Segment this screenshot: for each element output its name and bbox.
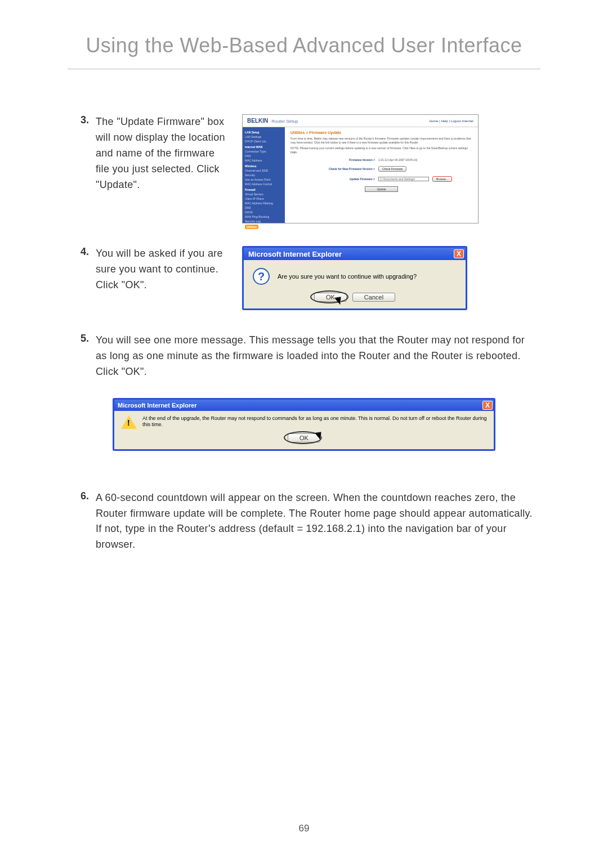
- step-number: 5.: [73, 333, 89, 380]
- nav-item: DNS: [245, 154, 283, 158]
- step-text: A 60-second countdown will appear on the…: [96, 490, 535, 553]
- ok-button[interactable]: OK: [288, 433, 320, 442]
- question-icon: ?: [253, 268, 270, 285]
- nav-item: Virtual Servers: [245, 192, 283, 196]
- nav-item: DMZ: [245, 205, 283, 210]
- check-firmware-label: Check for New Firmware Version >: [290, 167, 375, 171]
- warning-dialog: Microsoft Internet Explorer X At the end…: [113, 398, 495, 451]
- nav-item: WAN Ping Blocking: [245, 214, 283, 219]
- page-title: Using the Web-Based Advanced User Interf…: [0, 0, 608, 69]
- router-desc: From time to time, Belkin may release ne…: [290, 137, 472, 144]
- step-number: 4.: [73, 246, 89, 310]
- nav-item: MAC Address: [245, 158, 283, 163]
- step-5: 5. You will see one more message. This m…: [73, 333, 535, 468]
- warning-icon: [121, 415, 137, 429]
- nav-header: LAN Setup: [245, 130, 283, 135]
- firmware-path-input[interactable]: C:\Documents and Settings\: [378, 177, 429, 181]
- nav-item: DDNS: [245, 210, 283, 214]
- content-area: 3. The "Update Firmware" box will now di…: [0, 114, 608, 553]
- router-screenshot: BELKIN Router Setup Home | Help | Logout…: [242, 114, 479, 223]
- router-sidebar: LAN Setup LAN Settings DHCP Client List …: [243, 127, 285, 223]
- close-icon[interactable]: X: [454, 249, 464, 258]
- close-icon[interactable]: X: [482, 401, 493, 410]
- confirm-dialog: Microsoft Internet Explorer X ? Are you …: [242, 246, 467, 310]
- step-number: 3.: [73, 114, 89, 223]
- nav-item: MAC Address Filtering: [245, 201, 283, 205]
- nav-item: Security: [245, 173, 283, 177]
- step-text: The "Update Firmware" box will now displ…: [96, 114, 231, 193]
- nav-item: LAN Settings: [245, 135, 283, 139]
- step-4: 4. You will be asked if you are sure you…: [73, 246, 535, 310]
- nav-header: Wireless: [245, 164, 283, 168]
- nav-item: Security Log: [245, 219, 283, 223]
- page-number: 69: [0, 823, 608, 834]
- nav-header-selected: Utilities: [245, 225, 258, 229]
- dialog-title: Microsoft Internet Explorer: [118, 402, 197, 409]
- step-number: 6.: [73, 490, 89, 553]
- nav-item: Client IP Filters: [245, 196, 283, 201]
- step-6: 6. A 60-second countdown will appear on …: [73, 490, 535, 553]
- nav-item: DHCP Client List: [245, 139, 283, 144]
- router-main: Utilities > Firmware Update From time to…: [285, 127, 478, 223]
- nav-item: Connection Type: [245, 149, 283, 154]
- check-firmware-button[interactable]: Check Firmware: [378, 166, 406, 172]
- step-3: 3. The "Update Firmware" box will now di…: [73, 114, 535, 223]
- browse-button[interactable]: Browse...: [432, 176, 452, 182]
- nav-header: Firewall: [245, 187, 283, 192]
- firmware-version-value: 1.01.12 (Apr 04 2007 18:05:14): [378, 158, 418, 162]
- dialog-titlebar: Microsoft Internet Explorer X: [114, 400, 494, 411]
- title-divider: [68, 69, 540, 69]
- ok-button[interactable]: OK: [314, 293, 347, 302]
- nav-item: MAC Address Control: [245, 182, 283, 186]
- step-text: You will be asked if you are sure you wa…: [96, 246, 231, 293]
- router-note: NOTE: Please backup your current setting…: [290, 146, 472, 154]
- router-brand: BELKIN: [247, 118, 268, 124]
- firmware-version-label: Firmware Version >: [290, 158, 375, 162]
- dialog-message: At the end of the upgrade, the Router ma…: [142, 415, 487, 428]
- update-firmware-label: Update Firmware >: [290, 177, 375, 181]
- dialog-title: Microsoft Internet Explorer: [248, 250, 342, 258]
- update-button[interactable]: Update: [365, 186, 397, 192]
- router-top-links: Home | Help | Logout Internet: [430, 119, 474, 123]
- router-breadcrumb: Utilities > Firmware Update: [290, 131, 472, 135]
- cancel-button[interactable]: Cancel: [352, 293, 395, 302]
- dialog-message: Are you sure you want to continue with u…: [278, 272, 417, 280]
- nav-item: Channel and SSID: [245, 168, 283, 173]
- nav-item: Use as Access Point: [245, 177, 283, 182]
- router-header-sub: Router Setup: [271, 119, 298, 124]
- step-text: You will see one more message. This mess…: [96, 333, 535, 380]
- nav-header: Internet WAN: [245, 145, 283, 149]
- dialog-titlebar: Microsoft Internet Explorer X: [244, 248, 466, 260]
